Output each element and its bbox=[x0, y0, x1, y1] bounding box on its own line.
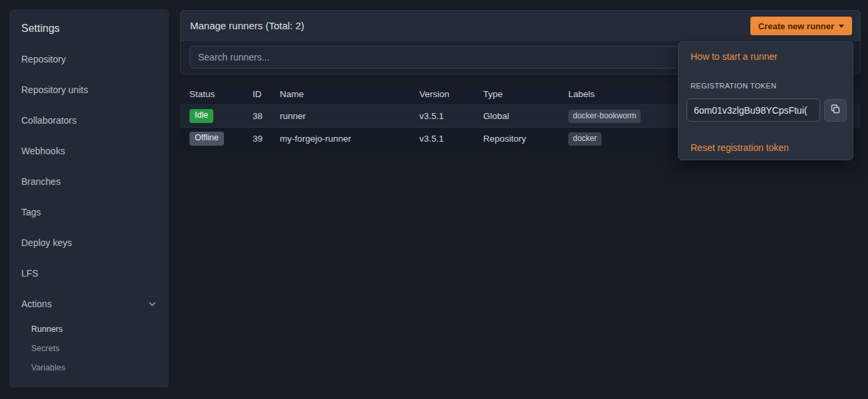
runner-version: v3.5.1 bbox=[419, 111, 483, 121]
status-badge: Idle bbox=[189, 109, 213, 123]
column-header-status: Status bbox=[189, 89, 253, 99]
settings-sidebar: Settings Repository Repository units Col… bbox=[9, 9, 169, 388]
runner-id: 38 bbox=[253, 111, 280, 121]
sidebar-item-repository[interactable]: Repository bbox=[9, 44, 169, 74]
runner-type: Repository bbox=[483, 134, 568, 144]
dropdown-caret-icon bbox=[839, 25, 844, 28]
column-header-name: Name bbox=[280, 89, 419, 99]
create-new-runner-button[interactable]: Create new runner bbox=[750, 17, 852, 35]
runner-name: runner bbox=[280, 111, 419, 121]
create-runner-dropdown: How to start a runner REGISTRATION TOKEN… bbox=[678, 41, 853, 160]
sidebar-item-actions[interactable]: Actions bbox=[9, 289, 169, 319]
column-header-version: Version bbox=[419, 89, 483, 99]
sidebar-item-repository-units[interactable]: Repository units bbox=[9, 74, 169, 105]
runner-label-chip: docker-bookworm bbox=[568, 110, 641, 123]
create-new-runner-label: Create new runner bbox=[758, 21, 834, 31]
sidebar-subitem-secrets[interactable]: Secrets bbox=[9, 338, 169, 358]
runner-name: my-forgejo-runner bbox=[280, 134, 419, 144]
copy-token-button[interactable] bbox=[824, 99, 847, 122]
runner-label-chip: docker bbox=[568, 132, 601, 146]
sidebar-subitem-variables[interactable]: Variables bbox=[9, 358, 169, 377]
sidebar-item-tags[interactable]: Tags bbox=[9, 197, 169, 227]
page-title: Manage runners (Total: 2) bbox=[190, 20, 304, 31]
how-to-start-runner-link[interactable]: How to start a runner bbox=[691, 51, 778, 62]
copy-icon bbox=[830, 104, 841, 116]
chevron-down-icon bbox=[148, 299, 157, 309]
column-header-type: Type bbox=[483, 89, 568, 99]
registration-token-label: REGISTRATION TOKEN bbox=[691, 82, 776, 90]
sidebar-title: Settings bbox=[9, 13, 169, 44]
runner-version: v3.5.1 bbox=[419, 134, 483, 144]
runners-header-bar: Manage runners (Total: 2) Create new run… bbox=[180, 10, 861, 41]
sidebar-item-branches[interactable]: Branches bbox=[9, 166, 169, 197]
column-header-id: ID bbox=[253, 89, 280, 99]
sidebar-item-lfs[interactable]: LFS bbox=[9, 258, 169, 289]
sidebar-item-collaborators[interactable]: Collaborators bbox=[9, 105, 169, 136]
sidebar-subitem-runners[interactable]: Runners bbox=[9, 319, 169, 338]
registration-token-row bbox=[687, 98, 847, 122]
sidebar-item-webhooks[interactable]: Webhooks bbox=[9, 136, 169, 166]
runner-id: 39 bbox=[253, 134, 280, 144]
reset-registration-token-link[interactable]: Reset registration token bbox=[691, 142, 789, 153]
registration-token-input[interactable] bbox=[687, 98, 820, 122]
runner-type: Global bbox=[483, 111, 568, 121]
status-badge: Offline bbox=[189, 132, 224, 146]
sidebar-item-deploy-keys[interactable]: Deploy keys bbox=[9, 227, 169, 258]
